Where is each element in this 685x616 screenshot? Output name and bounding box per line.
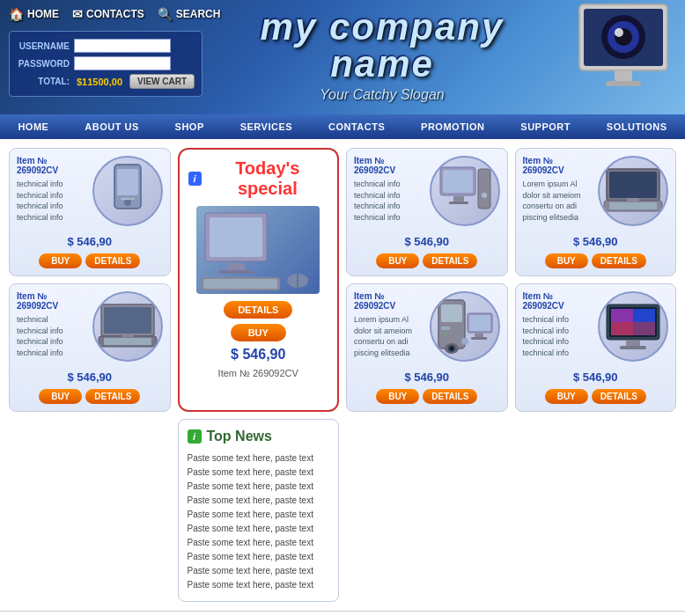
svg-rect-21 [443, 170, 473, 193]
nav-promotion[interactable]: PROMOTION [414, 121, 491, 132]
product-card-2: Item № 269092CV technical infotechnical … [346, 148, 508, 276]
buy-button-2[interactable]: BUY [376, 253, 419, 268]
details-button-6[interactable]: DETAILS [592, 389, 646, 404]
svg-rect-39 [441, 326, 450, 330]
nav-support[interactable]: SUPPORT [513, 121, 578, 132]
nav-solutions[interactable]: SOLUTIONS [600, 121, 674, 132]
svg-rect-32 [104, 307, 151, 334]
nav-services[interactable]: SERVICES [233, 121, 299, 132]
product-price-3: $ 546,90 [523, 235, 669, 248]
product-image-4 [92, 291, 163, 362]
svg-rect-11 [121, 198, 135, 200]
svg-rect-34 [104, 338, 151, 345]
svg-rect-42 [469, 315, 490, 331]
contacts-nav[interactable]: ✉ CONTACTS [72, 7, 144, 21]
svg-rect-29 [609, 202, 657, 209]
search-icon: 🔍 [158, 7, 173, 21]
svg-rect-24 [478, 169, 490, 209]
svg-rect-53 [626, 341, 640, 346]
username-row: USERNAME [17, 39, 195, 53]
buy-button-4[interactable]: BUY [39, 389, 82, 404]
info-icon-red: i [188, 172, 202, 186]
footer: Home About Us Support Services Contacts … [0, 611, 685, 616]
svg-rect-22 [453, 196, 464, 202]
special-image [196, 206, 320, 294]
svg-rect-43 [475, 334, 483, 337]
username-input[interactable] [74, 39, 171, 53]
svg-rect-9 [117, 169, 138, 195]
product-info-2: technical infotechnical infotechnical in… [354, 179, 426, 223]
product-price-5: $ 546,90 [354, 370, 500, 384]
product-title-6: Item № 269092CV [523, 291, 595, 311]
product-price-2: $ 546,90 [354, 235, 500, 248]
product-buttons-2: BUY DETAILS [354, 253, 500, 268]
product-card-3: Item № 269092CV Lorem ipsum Aldolor sit … [515, 148, 677, 276]
details-button-4[interactable]: DETAILS [85, 389, 140, 404]
svg-rect-54 [620, 346, 646, 349]
svg-rect-13 [210, 217, 262, 257]
product-buttons-4: BUY DETAILS [17, 389, 163, 404]
svg-rect-52 [611, 322, 655, 335]
svg-rect-35 [122, 334, 134, 337]
news-text: Paste some text here, paste text Paste s… [188, 451, 330, 592]
product-price-6: $ 546,90 [523, 370, 669, 384]
product-info-5: Lorem ipsum Aldolor sit ameiomconsertu o… [354, 314, 426, 358]
password-label: PASSWORD [17, 59, 70, 69]
envelope-icon: ✉ [72, 7, 83, 21]
svg-rect-23 [449, 202, 468, 204]
company-slogan: Your Catchy Slogan [203, 87, 562, 103]
svg-rect-15 [218, 270, 254, 274]
special-title: i Today's special [188, 158, 329, 199]
product-image-3 [598, 156, 668, 226]
nav-contacts[interactable]: CONTACTS [321, 121, 392, 132]
product-title-1: Item № 269092CV [17, 156, 89, 175]
buy-button-1[interactable]: BUY [39, 253, 82, 268]
details-button-2[interactable]: DETAILS [423, 253, 477, 268]
product-price-4: $ 546,90 [17, 370, 163, 384]
special-buy-button[interactable]: BUY [231, 324, 286, 341]
nav-about[interactable]: ABOUT US [77, 121, 145, 132]
product-card-1: Item № 269092CV technical infotechnical … [9, 148, 171, 276]
special-details-button[interactable]: DETAILS [224, 301, 292, 319]
details-button-3[interactable]: DETAILS [592, 253, 646, 268]
product-info-1: technical infotechnical infotechnical in… [17, 179, 89, 223]
header: 🏠 HOME ✉ CONTACTS 🔍 SEARCH USERNAME PASS… [0, 0, 685, 114]
details-button-1[interactable]: DETAILS [85, 253, 140, 268]
product-title-4: Item № 269092CV [17, 291, 89, 311]
svg-rect-6 [615, 70, 632, 81]
total-row: TOTAL: $11500,00 VIEW CART [17, 74, 195, 89]
svg-rect-44 [471, 337, 487, 340]
product-buttons-1: BUY DETAILS [17, 253, 163, 268]
product-info-3: Lorem ipsum Aldolor sit ameiomconsertu o… [523, 179, 595, 223]
svg-rect-40 [441, 333, 446, 334]
svg-point-25 [482, 193, 487, 198]
svg-point-10 [124, 199, 131, 206]
buy-button-6[interactable]: BUY [545, 389, 588, 404]
svg-point-47 [450, 347, 453, 350]
special-item-number: Item № 269092CV [188, 368, 329, 378]
product-price-1: $ 546,90 [17, 235, 163, 248]
product-info-4: technicaltechnical infotechnical infotec… [17, 314, 89, 358]
buy-button-3[interactable]: BUY [545, 253, 588, 268]
info-icon-green: i [188, 429, 202, 444]
company-title: my company name Your Catchy Slogan [203, 9, 562, 103]
svg-rect-7 [606, 81, 641, 86]
home-nav[interactable]: 🏠 HOME [9, 7, 59, 21]
company-name: my company name [203, 9, 562, 83]
nav-shop[interactable]: SHOP [168, 121, 211, 132]
monitor-svg [571, 0, 676, 106]
product-buttons-5: BUY DETAILS [354, 389, 500, 404]
product-card-5: Item № 269092CV Lorem ipsum Aldolor sit … [346, 283, 508, 412]
product-image-1 [92, 156, 163, 226]
product-title-2: Item № 269092CV [354, 156, 426, 175]
monitor-graphic [571, 0, 685, 114]
nav-home[interactable]: HOME [11, 121, 55, 132]
password-input[interactable] [74, 56, 171, 70]
buy-button-5[interactable]: BUY [376, 389, 419, 404]
svg-rect-17 [203, 279, 277, 289]
product-card-4: Item № 269092CV technicaltechnical infot… [9, 283, 171, 412]
svg-rect-37 [441, 304, 462, 322]
news-title: i Top News [188, 429, 330, 444]
details-button-5[interactable]: DETAILS [423, 389, 477, 404]
view-cart-button[interactable]: VIEW CART [129, 74, 195, 89]
